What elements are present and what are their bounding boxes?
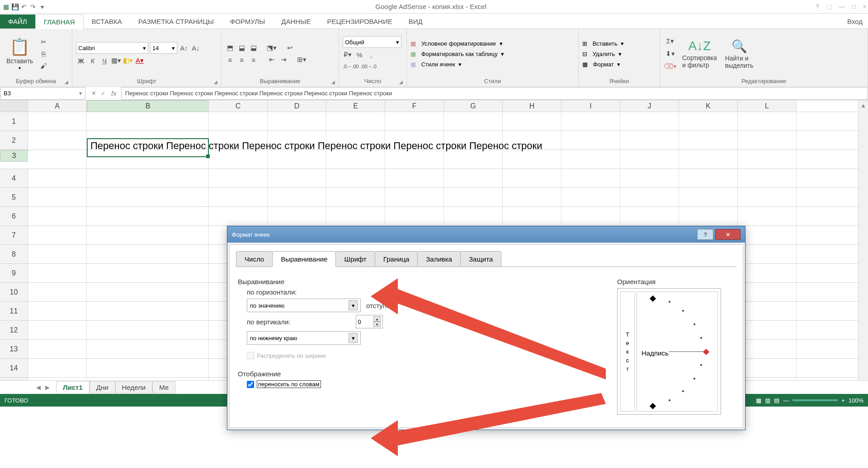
fx-enter-icon[interactable]: ✓ (101, 90, 106, 97)
tab-nav-next-icon[interactable]: ▶ (45, 384, 50, 391)
cell-styles-button[interactable]: ▦ Стили ячеек ▾ (410, 61, 575, 68)
cell[interactable] (87, 188, 209, 206)
cell[interactable] (385, 112, 444, 131)
cell[interactable] (87, 112, 209, 131)
cell[interactable] (738, 245, 797, 263)
decrease-font-icon[interactable]: A↓ (191, 43, 201, 53)
cell[interactable] (28, 112, 87, 131)
cell[interactable] (444, 112, 503, 131)
wrap-text-icon[interactable]: ↩ (285, 43, 295, 53)
cell[interactable] (738, 112, 797, 131)
sheet-tab[interactable]: Ме (152, 381, 175, 393)
col-header[interactable]: K (679, 100, 738, 112)
cell[interactable] (326, 207, 385, 225)
row-header[interactable]: 2 (0, 131, 28, 150)
fx-icon[interactable]: fx (111, 89, 117, 97)
cell[interactable] (738, 207, 797, 225)
cell[interactable] (738, 359, 797, 377)
bold-button[interactable]: Ж (76, 56, 86, 66)
row-header[interactable]: 10 (0, 283, 28, 301)
col-header[interactable]: D (268, 100, 326, 112)
dlg-tab-font[interactable]: Шрифт (335, 251, 375, 267)
view-normal-icon[interactable]: ▦ (756, 397, 761, 404)
cell[interactable] (620, 131, 679, 150)
maximize-icon[interactable]: □ (852, 3, 856, 10)
cell[interactable] (444, 169, 503, 187)
tab-layout[interactable]: РАЗМЕТКА СТРАНИЦЫ (130, 14, 222, 28)
cell[interactable] (620, 169, 679, 187)
cell[interactable] (679, 112, 738, 131)
cell[interactable] (738, 169, 797, 187)
cell[interactable] (738, 131, 797, 150)
cell[interactable] (561, 169, 620, 187)
font-name-combo[interactable]: Calibri▾ (76, 42, 148, 54)
col-header[interactable]: G (444, 100, 503, 112)
cell[interactable] (385, 150, 444, 168)
cell[interactable] (209, 169, 268, 187)
view-layout-icon[interactable]: ▥ (765, 397, 770, 404)
row-header[interactable]: 12 (0, 321, 28, 339)
sheet-tab[interactable]: Дни (90, 381, 115, 393)
clear-icon[interactable]: ⌫▾ (664, 61, 677, 71)
paste-button[interactable]: 📋Вставить▾ (4, 31, 36, 77)
currency-icon[interactable]: ₽▾ (343, 50, 353, 60)
view-break-icon[interactable]: ▤ (774, 397, 779, 404)
format-cells-button[interactable]: ▦ Формат ▾ (582, 61, 656, 68)
cell[interactable] (326, 188, 385, 206)
sign-in-link[interactable]: Вход (842, 14, 868, 28)
row-header[interactable]: 14 (0, 359, 28, 377)
sort-filter-button[interactable]: A↓ZСортировка и фильтр (679, 31, 720, 77)
comma-icon[interactable]: , (366, 50, 376, 60)
orientation-vertical[interactable]: Текст (620, 291, 635, 412)
orientation-icon[interactable]: ⬔▾ (267, 43, 277, 53)
cut-icon[interactable]: ✂ (38, 37, 48, 47)
undo-icon[interactable]: ↶ (20, 3, 28, 11)
select-all-corner[interactable] (0, 100, 28, 112)
cell[interactable] (620, 207, 679, 225)
row-header[interactable]: 9 (0, 264, 28, 282)
cell[interactable] (620, 188, 679, 206)
row-header[interactable]: 1 (0, 112, 28, 131)
row-header[interactable]: 3 (0, 150, 28, 162)
col-header[interactable]: L (738, 100, 797, 112)
scroll-up-icon[interactable]: ▲ (859, 100, 868, 110)
wrap-text-checkbox[interactable]: переносить по словам (247, 380, 604, 388)
cell[interactable] (738, 226, 797, 244)
name-box[interactable]: B3▾ (0, 87, 85, 100)
cell[interactable] (385, 169, 444, 187)
cell[interactable] (87, 169, 209, 187)
col-header[interactable]: C (209, 100, 268, 112)
qat-dropdown-icon[interactable]: ▾ (38, 3, 46, 11)
font-color-icon[interactable]: A▾ (135, 56, 145, 66)
cell[interactable] (87, 283, 209, 301)
help-icon[interactable]: ? (816, 3, 819, 10)
cell[interactable] (268, 169, 326, 187)
cell[interactable] (738, 264, 797, 282)
sheet-tab[interactable]: Недели (115, 381, 153, 393)
cell[interactable] (28, 169, 87, 187)
cell[interactable] (561, 188, 620, 206)
col-header[interactable]: A (28, 100, 87, 112)
increase-indent-icon[interactable]: ⇥ (278, 55, 288, 65)
decrease-decimal-icon[interactable]: .00→.0 (360, 61, 376, 71)
dialog-close-button[interactable]: ✕ (715, 229, 741, 240)
cell[interactable] (28, 207, 87, 225)
dialog-titlebar[interactable]: Формат ячеек ? ✕ (227, 226, 745, 243)
format-table-button[interactable]: ▦ Форматировать как таблицу ▾ (410, 51, 575, 57)
launcher-icon[interactable]: ◢ (399, 80, 403, 84)
italic-button[interactable]: К (88, 56, 98, 66)
dlg-tab-fill[interactable]: Заливка (417, 251, 461, 267)
cell[interactable] (87, 264, 209, 282)
cell[interactable] (87, 359, 209, 377)
merge-icon[interactable]: ⊞▾ (297, 55, 307, 65)
cell[interactable] (738, 340, 797, 358)
cell[interactable] (561, 207, 620, 225)
zoom-slider[interactable] (793, 399, 838, 401)
col-header[interactable]: F (385, 100, 444, 112)
format-painter-icon[interactable]: 🖌 (38, 61, 48, 70)
cell[interactable] (87, 226, 209, 244)
cell[interactable] (28, 226, 87, 244)
cell[interactable] (326, 112, 385, 131)
cell[interactable] (738, 302, 797, 320)
cell[interactable] (738, 188, 797, 206)
